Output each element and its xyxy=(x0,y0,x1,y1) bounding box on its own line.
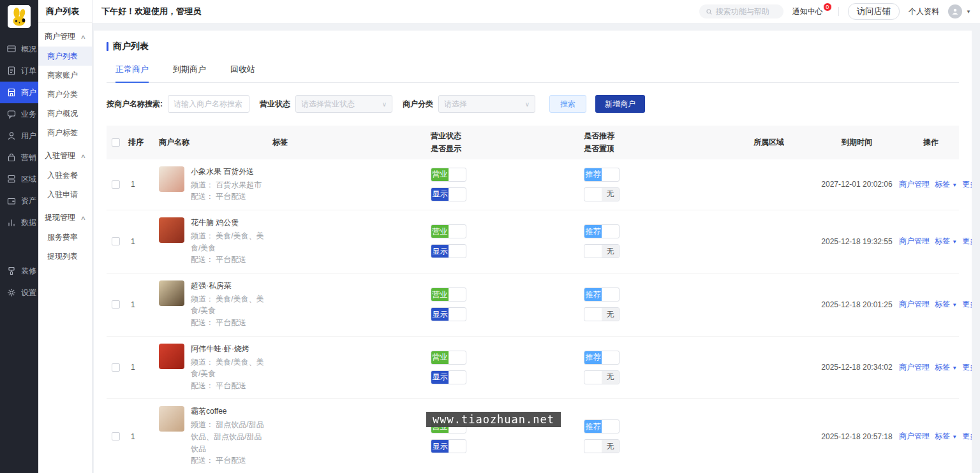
global-search-input[interactable]: 搜索功能与帮助 xyxy=(699,4,783,18)
submenu-group-header[interactable]: 商户管理∧ xyxy=(38,23,92,47)
add-merchant-button[interactable]: 新增商户 xyxy=(595,95,645,113)
merchant-channel: 频道： 美食/美食、美食/美食 xyxy=(191,230,266,254)
more-dropdown[interactable]: 更多 ▼ xyxy=(962,362,972,373)
tag-dropdown[interactable]: 标签 ▼ xyxy=(935,431,957,442)
caret-down-icon: ▼ xyxy=(952,239,957,245)
visit-shop-button[interactable]: 访问店铺 xyxy=(848,3,900,20)
show-status-toggle[interactable]: 显示 xyxy=(431,187,466,201)
submenu-item[interactable]: 商户分类 xyxy=(38,85,92,104)
sidebar-item-marketing[interactable]: 营销 xyxy=(0,147,38,168)
row-checkbox[interactable] xyxy=(112,237,120,245)
top-toggle[interactable]: 无 xyxy=(584,244,620,258)
manage-merchant-link[interactable]: 商户管理 xyxy=(899,431,930,442)
row-sort: 1 xyxy=(128,237,159,246)
row-checkbox[interactable] xyxy=(112,432,120,440)
merchant-thumbnail xyxy=(159,280,184,306)
tag-dropdown[interactable]: 标签 ▼ xyxy=(935,362,957,373)
sidebar-item-business[interactable]: 业务 xyxy=(0,103,38,125)
row-checkbox[interactable] xyxy=(112,363,120,372)
merchant-name-cell: 超强·私房菜 频道： 美食/美食、美食/美食 配送： 平台配送 xyxy=(159,280,272,329)
recommend-toggle[interactable]: 推荐 xyxy=(584,224,620,238)
app-logo[interactable] xyxy=(8,5,31,28)
status-select[interactable]: 请选择营业状态∨ xyxy=(295,95,392,113)
sidebar-item-data[interactable]: 数据 xyxy=(0,212,38,233)
recommend-toggle[interactable]: 推荐 xyxy=(584,287,620,302)
more-dropdown[interactable]: 更多 ▼ xyxy=(962,299,972,310)
submenu-group-header[interactable]: 入驻管理∧ xyxy=(38,142,92,166)
top-toggle[interactable]: 无 xyxy=(584,370,620,384)
open-status-toggle[interactable]: 营业 xyxy=(431,351,466,365)
person-icon xyxy=(951,7,960,16)
submenu-item[interactable]: 服务费率 xyxy=(38,228,92,247)
col-tag: 标签 xyxy=(272,137,431,148)
sidebar-item-label: 商户 xyxy=(21,87,36,98)
sidebar-item-overview[interactable]: 概况 xyxy=(0,38,38,60)
submenu-item[interactable]: 入驻申请 xyxy=(38,185,92,204)
open-status-toggle[interactable]: 营业 xyxy=(431,224,466,238)
more-dropdown[interactable]: 更多 ▼ xyxy=(962,236,972,247)
submenu-item[interactable]: 入驻套餐 xyxy=(38,166,92,185)
table-row: 1 花牛腩 鸡公煲 频道： 美食/美食、美食/美食 配送： 平台配送 营业 显示… xyxy=(107,210,959,273)
tab-回收站[interactable]: 回收站 xyxy=(230,64,255,82)
merchant-channel: 频道： 甜点饮品/甜品饮品、甜点饮品/甜品饮品 xyxy=(191,419,266,455)
avatar-caret-icon[interactable]: ▼ xyxy=(966,9,971,15)
recommend-toggle[interactable]: 推荐 xyxy=(584,419,620,433)
select-all-checkbox[interactable] xyxy=(112,138,120,147)
sidebar-item-label: 订单 xyxy=(21,66,36,76)
sidebar-item-label: 营销 xyxy=(21,152,36,163)
user-icon xyxy=(6,131,17,141)
profile-link[interactable]: 个人资料 xyxy=(909,6,939,17)
top-toggle[interactable]: 无 xyxy=(584,187,620,201)
tab-bar: 正常商户到期商户回收站 xyxy=(107,64,959,83)
open-status-toggle[interactable]: 营业 xyxy=(431,287,466,302)
show-status-toggle[interactable]: 显示 xyxy=(431,244,466,258)
sidebar-item-label: 概况 xyxy=(21,44,36,55)
manage-merchant-link[interactable]: 商户管理 xyxy=(899,299,930,310)
manage-merchant-link[interactable]: 商户管理 xyxy=(899,179,930,190)
table-row: 1 小象水果 百货外送 频道： 百货水果超市 配送： 平台配送 营业 显示 推荐… xyxy=(107,159,959,210)
submenu-group-header[interactable]: 提现管理∧ xyxy=(38,204,92,228)
sidebar-item-label: 资产 xyxy=(21,196,36,207)
top-toggle[interactable]: 无 xyxy=(584,439,620,453)
show-status-toggle[interactable]: 显示 xyxy=(431,370,466,384)
top-toggle[interactable]: 无 xyxy=(584,307,620,321)
tag-dropdown[interactable]: 标签 ▼ xyxy=(935,236,957,247)
tab-到期商户[interactable]: 到期商户 xyxy=(173,64,206,82)
tab-正常商户[interactable]: 正常商户 xyxy=(115,64,149,82)
sidebar-item-fitment[interactable]: 装修 xyxy=(0,260,38,282)
sidebar-item-merchants[interactable]: 商户 xyxy=(0,82,38,103)
show-status-toggle[interactable]: 显示 xyxy=(431,307,466,321)
expire-time: 2025-12-18 20:01:25 xyxy=(815,300,899,309)
submenu-item[interactable]: 商户列表 xyxy=(38,47,92,66)
merchant-delivery: 配送： 平台配送 xyxy=(191,455,266,467)
more-dropdown[interactable]: 更多 ▼ xyxy=(962,431,972,442)
tag-dropdown[interactable]: 标签 ▼ xyxy=(935,299,957,310)
sidebar-item-region[interactable]: 区域 xyxy=(0,168,38,190)
row-checkbox[interactable] xyxy=(112,180,120,189)
more-dropdown[interactable]: 更多 ▼ xyxy=(962,179,972,190)
sidebar-item-users[interactable]: 用户 xyxy=(0,125,38,147)
submenu-item[interactable]: 商户标签 xyxy=(38,123,92,142)
notification-badge: 0 xyxy=(823,3,832,11)
sidebar-item-assets[interactable]: 资产 xyxy=(0,190,38,212)
recommend-toggle[interactable]: 推荐 xyxy=(584,351,620,365)
sidebar-item-settings[interactable]: 设置 xyxy=(0,282,38,303)
submenu-item[interactable]: 商家账户 xyxy=(38,66,92,85)
notification-center-link[interactable]: 通知中心 0 xyxy=(792,6,829,17)
search-button[interactable]: 搜索 xyxy=(549,95,586,113)
row-checkbox[interactable] xyxy=(112,300,120,309)
recommend-toggle[interactable]: 推荐 xyxy=(584,168,620,182)
submenu-item[interactable]: 商户概况 xyxy=(38,104,92,123)
tag-dropdown[interactable]: 标签 ▼ xyxy=(935,179,957,190)
submenu-item[interactable]: 提现列表 xyxy=(38,247,92,266)
open-status-toggle[interactable]: 营业 xyxy=(431,168,466,182)
manage-merchant-link[interactable]: 商户管理 xyxy=(899,362,930,373)
show-status-toggle[interactable]: 显示 xyxy=(431,439,466,453)
manage-merchant-link[interactable]: 商户管理 xyxy=(899,236,930,247)
merchant-name-input[interactable] xyxy=(168,95,249,113)
avatar[interactable] xyxy=(948,4,962,18)
caret-down-icon: ▼ xyxy=(952,182,957,188)
category-select[interactable]: 请选择∨ xyxy=(438,95,535,113)
sidebar-item-orders[interactable]: 订单 xyxy=(0,60,38,82)
merchant-name: 超强·私房菜 xyxy=(191,280,266,291)
